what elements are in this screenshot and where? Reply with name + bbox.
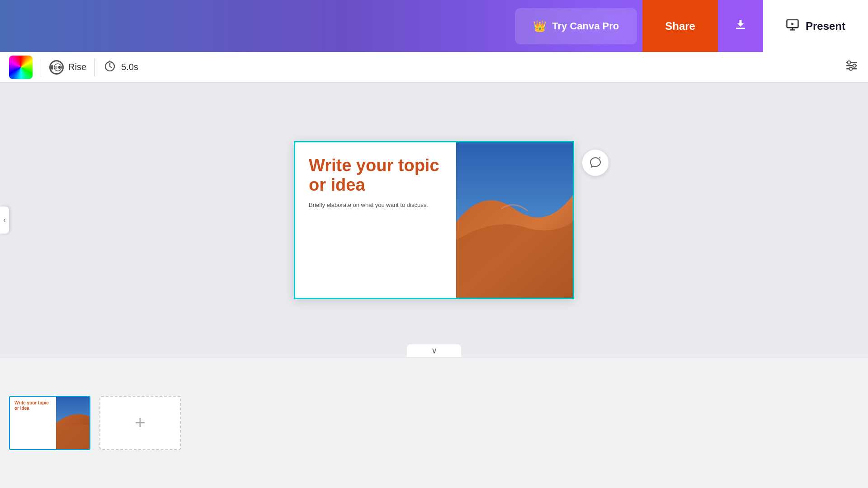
main-slide[interactable]: Write your topic or idea Briefly elabora… xyxy=(294,141,574,299)
try-canva-label: Try Canva Pro xyxy=(552,20,619,32)
svg-point-4 xyxy=(58,66,61,68)
try-canva-button[interactable]: 👑 Try Canva Pro xyxy=(515,8,637,44)
bottom-panel-toggle[interactable]: ∨ xyxy=(407,344,461,357)
slide-thumbnail-1[interactable]: Write your topic or idea xyxy=(9,396,90,450)
svg-line-10 xyxy=(110,66,112,68)
svg-marker-1 xyxy=(791,23,794,25)
slide-title[interactable]: Write your topic or idea xyxy=(309,156,443,195)
crown-icon: 👑 xyxy=(533,20,547,33)
svg-point-3 xyxy=(55,66,57,68)
header: 👑 Try Canva Pro Share Prese xyxy=(0,0,868,52)
left-chevron-icon: ‹ xyxy=(3,216,5,224)
toolbar-divider-2 xyxy=(94,58,95,76)
slide-content: Write your topic or idea Briefly elabora… xyxy=(295,142,456,298)
timing-control[interactable]: 5.0s xyxy=(103,59,138,75)
timer-icon xyxy=(103,59,117,75)
slide-subtitle[interactable]: Briefly elaborate on what you want to di… xyxy=(309,202,443,208)
chevron-down-icon: ∨ xyxy=(431,346,437,356)
timing-label: 5.0s xyxy=(121,62,138,72)
present-label: Present xyxy=(806,20,845,33)
slide-container: Write your topic or idea Briefly elabora… xyxy=(0,83,868,357)
adjust-icon[interactable] xyxy=(844,58,859,76)
toolbar-divider-1 xyxy=(41,58,41,76)
svg-point-16 xyxy=(849,67,853,70)
add-slide-button[interactable]: + xyxy=(99,396,181,450)
svg-point-15 xyxy=(853,64,856,67)
thumb-image xyxy=(56,397,90,449)
svg-point-14 xyxy=(848,61,851,64)
left-panel-toggle[interactable]: ‹ xyxy=(0,206,9,234)
transition-icon xyxy=(49,60,64,75)
present-button[interactable]: Present xyxy=(763,0,868,52)
slide-panel: Write your topic or idea xyxy=(0,357,868,488)
thumb-content: Write your topic or idea xyxy=(10,397,56,449)
toolbar-right xyxy=(844,58,859,76)
download-icon xyxy=(734,18,747,34)
slide-image xyxy=(456,142,573,298)
header-buttons: 👑 Try Canva Pro Share Prese xyxy=(515,0,868,52)
download-button[interactable] xyxy=(718,0,763,52)
thumb-title: Write your topic or idea xyxy=(14,400,52,411)
comment-button[interactable] xyxy=(582,149,609,176)
transition-label: Rise xyxy=(68,62,86,72)
share-btn-wrapper: Share xyxy=(642,0,718,52)
share-button[interactable]: Share xyxy=(642,0,718,52)
share-label: Share xyxy=(665,20,695,33)
transition-control[interactable]: Rise xyxy=(49,60,86,75)
present-slide-icon xyxy=(786,18,799,34)
add-slide-icon: + xyxy=(135,413,145,433)
color-wheel[interactable] xyxy=(9,56,33,79)
canvas-area: ‹ Write your topic or idea Briefly elabo… xyxy=(0,83,868,357)
toolbar: Rise 5.0s xyxy=(0,52,868,83)
